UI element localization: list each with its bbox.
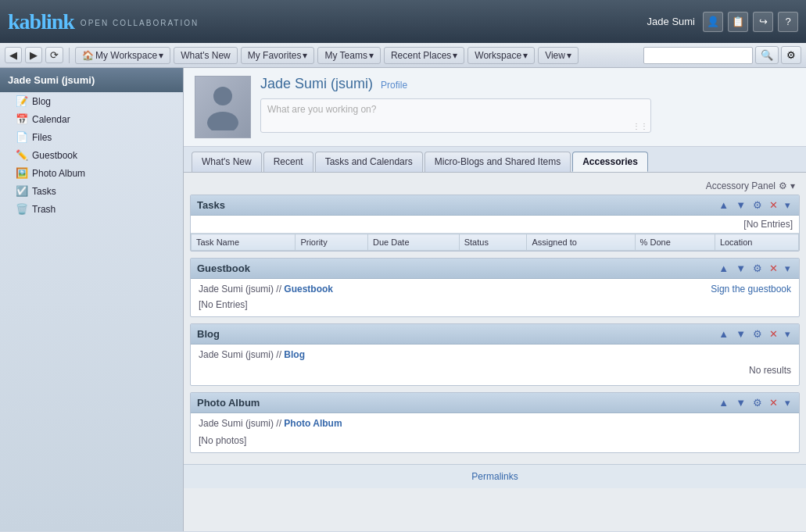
files-icon: 📄 bbox=[16, 131, 28, 143]
guestbook-widget-controls: ▲ ▼ ⚙ ✕ ▾ bbox=[716, 262, 793, 275]
profile-name: Jade Sumi (jsumi) bbox=[260, 76, 373, 92]
photo-album-widget-title: Photo Album bbox=[197, 397, 260, 409]
nav-my-favorites[interactable]: My Favorites ▾ bbox=[241, 47, 315, 64]
col-priority: Priority bbox=[296, 234, 368, 251]
blog-breadcrumb-link[interactable]: Blog bbox=[284, 349, 305, 360]
blog-no-results: No results bbox=[199, 360, 791, 380]
permalinks-link[interactable]: Permalinks bbox=[471, 471, 518, 482]
status-input[interactable]: What are you working on? ⋮⋮ bbox=[260, 98, 651, 133]
logout-button[interactable]: ↪ bbox=[753, 12, 773, 32]
nav-my-teams[interactable]: My Teams ▾ bbox=[317, 47, 380, 64]
guestbook-close-button[interactable]: ✕ bbox=[767, 262, 780, 275]
help-button[interactable]: ? bbox=[778, 12, 798, 32]
toolbar: ◀ ▶ ⟳ 🏠 My Workspace ▾ What's New My Fav… bbox=[0, 43, 806, 68]
forward-button[interactable]: ▶ bbox=[25, 47, 42, 63]
tasks-move-down-button[interactable]: ▼ bbox=[733, 198, 748, 212]
sidebar-item-trash[interactable]: 🗑️ Trash bbox=[0, 200, 183, 218]
search-input[interactable] bbox=[643, 47, 753, 64]
refresh-button[interactable]: ⟳ bbox=[45, 47, 63, 63]
nav-workspace[interactable]: Workspace ▾ bbox=[467, 47, 535, 64]
nav-view[interactable]: View ▾ bbox=[538, 47, 579, 64]
accessory-panel-label: Accessory Panel bbox=[706, 180, 776, 191]
blog-close-button[interactable]: ✕ bbox=[767, 327, 780, 341]
back-button[interactable]: ◀ bbox=[5, 47, 22, 63]
sign-guestbook-link[interactable]: Sign the guestbook bbox=[711, 284, 791, 295]
accessory-panel-settings-icon: ⚙ bbox=[779, 180, 787, 191]
profile-link[interactable]: Profile bbox=[381, 80, 407, 91]
tab-tasks-calendars[interactable]: Tasks and Calendars bbox=[315, 152, 423, 172]
guestbook-settings-button[interactable]: ⚙ bbox=[750, 262, 765, 275]
logo-subtitle: OPEN COLLABORATION bbox=[81, 19, 199, 27]
photo-album-breadcrumb-link[interactable]: Photo Album bbox=[284, 418, 342, 429]
sidebar-item-files[interactable]: 📄 Files bbox=[0, 128, 183, 146]
blog-breadcrumb-pre: Jade Sumi (jsumi) // bbox=[199, 349, 284, 360]
tasks-collapse-button[interactable]: ▾ bbox=[783, 198, 793, 212]
logo-area: kablink OPEN COLLABORATION bbox=[8, 9, 199, 34]
nav-recent-places[interactable]: Recent Places ▾ bbox=[384, 47, 464, 64]
main-layout: Jade Sumi (jsumi) 📝 Blog 📅 Calendar 📄 Fi… bbox=[0, 68, 806, 531]
photo-album-no-photos: [No photos] bbox=[199, 434, 791, 448]
guestbook-no-entries: [No Entries] bbox=[199, 298, 333, 312]
sidebar-item-label-guestbook: Guestbook bbox=[32, 150, 77, 161]
tasks-widget-header: Tasks ▲ ▼ ⚙ ✕ ▾ bbox=[191, 195, 799, 216]
tasks-close-button[interactable]: ✕ bbox=[767, 198, 780, 212]
guestbook-move-down-button[interactable]: ▼ bbox=[733, 262, 748, 275]
blog-move-up-button[interactable]: ▲ bbox=[716, 327, 731, 341]
nav-whats-new[interactable]: What's New bbox=[174, 47, 238, 64]
tasks-icon: ☑️ bbox=[16, 185, 28, 197]
search-button[interactable]: 🔍 bbox=[755, 46, 779, 64]
photo-album-move-down-button[interactable]: ▼ bbox=[733, 396, 748, 409]
accessory-panel-bar[interactable]: Accessory Panel ⚙ ▾ bbox=[190, 177, 800, 195]
sidebar: Jade Sumi (jsumi) 📝 Blog 📅 Calendar 📄 Fi… bbox=[0, 68, 184, 531]
tab-accessories[interactable]: Accessories bbox=[572, 152, 648, 172]
photo-album-close-button[interactable]: ✕ bbox=[767, 396, 780, 409]
trash-icon: 🗑️ bbox=[16, 203, 28, 215]
col-due-date: Due Date bbox=[368, 234, 460, 251]
doc-button[interactable]: 📋 bbox=[728, 12, 748, 32]
tasks-no-entries: [No Entries] bbox=[191, 216, 799, 234]
tasks-widget-title: Tasks bbox=[197, 199, 225, 211]
col-status: Status bbox=[459, 234, 527, 251]
photo-album-widget-header: Photo Album ▲ ▼ ⚙ ✕ ▾ bbox=[191, 393, 799, 413]
guestbook-breadcrumb-link[interactable]: Guestbook bbox=[284, 284, 333, 295]
guestbook-collapse-button[interactable]: ▾ bbox=[783, 262, 793, 275]
tabs-bar: What's New Recent Tasks and Calendars Mi… bbox=[184, 147, 806, 173]
sidebar-item-label-files: Files bbox=[32, 132, 52, 143]
blog-settings-button[interactable]: ⚙ bbox=[750, 327, 765, 341]
blog-icon: 📝 bbox=[16, 95, 28, 107]
user-profile-button[interactable]: 👤 bbox=[703, 12, 723, 32]
tab-recent[interactable]: Recent bbox=[263, 152, 313, 172]
accessories-content: Accessory Panel ⚙ ▾ Tasks ▲ ▼ ⚙ ✕ ▾ bbox=[184, 173, 806, 464]
sidebar-item-label-photo-album: Photo Album bbox=[32, 168, 85, 179]
guestbook-move-up-button[interactable]: ▲ bbox=[716, 262, 731, 275]
sidebar-item-calendar[interactable]: 📅 Calendar bbox=[0, 110, 183, 128]
sidebar-item-tasks[interactable]: ☑️ Tasks bbox=[0, 182, 183, 200]
photo-album-settings-button[interactable]: ⚙ bbox=[750, 396, 765, 409]
photo-album-widget-body: Jade Sumi (jsumi) // Photo Album [No pho… bbox=[191, 413, 799, 452]
advanced-search-button[interactable]: ⚙ bbox=[781, 46, 801, 64]
blog-widget-body: Jade Sumi (jsumi) // Blog No results bbox=[191, 345, 799, 385]
col-task-name: Task Name bbox=[192, 234, 296, 251]
sidebar-item-photo-album[interactable]: 🖼️ Photo Album bbox=[0, 164, 183, 182]
tab-micro-blogs[interactable]: Micro-Blogs and Shared Items bbox=[424, 152, 571, 172]
guestbook-icon: ✏️ bbox=[16, 149, 28, 161]
photo-album-widget-controls: ▲ ▼ ⚙ ✕ ▾ bbox=[716, 396, 793, 409]
sidebar-item-blog[interactable]: 📝 Blog bbox=[0, 92, 183, 110]
tasks-move-up-button[interactable]: ▲ bbox=[716, 198, 731, 212]
nav-my-workspace[interactable]: 🏠 My Workspace ▾ bbox=[75, 47, 170, 64]
guestbook-widget-body: Jade Sumi (jsumi) // Guestbook [No Entri… bbox=[191, 279, 799, 316]
blog-collapse-button[interactable]: ▾ bbox=[783, 327, 793, 341]
col-percent-done: % Done bbox=[635, 234, 715, 251]
tasks-widget: Tasks ▲ ▼ ⚙ ✕ ▾ [No Entries] Task N bbox=[190, 195, 800, 252]
profile-area: Jade Sumi (jsumi) Profile What are you w… bbox=[184, 68, 806, 147]
tab-whats-new[interactable]: What's New bbox=[192, 152, 262, 172]
photo-album-collapse-button[interactable]: ▾ bbox=[783, 396, 793, 409]
guestbook-widget-title: Guestbook bbox=[197, 262, 250, 274]
blog-move-down-button[interactable]: ▼ bbox=[733, 327, 748, 341]
profile-info: Jade Sumi (jsumi) Profile What are you w… bbox=[260, 76, 795, 133]
resize-handle: ⋮⋮ bbox=[632, 122, 648, 130]
sidebar-item-guestbook[interactable]: ✏️ Guestbook bbox=[0, 146, 183, 164]
blog-widget: Blog ▲ ▼ ⚙ ✕ ▾ Jade Sumi (jsumi) // Blog… bbox=[190, 323, 800, 386]
photo-album-move-up-button[interactable]: ▲ bbox=[716, 396, 731, 409]
tasks-settings-button[interactable]: ⚙ bbox=[750, 198, 765, 212]
